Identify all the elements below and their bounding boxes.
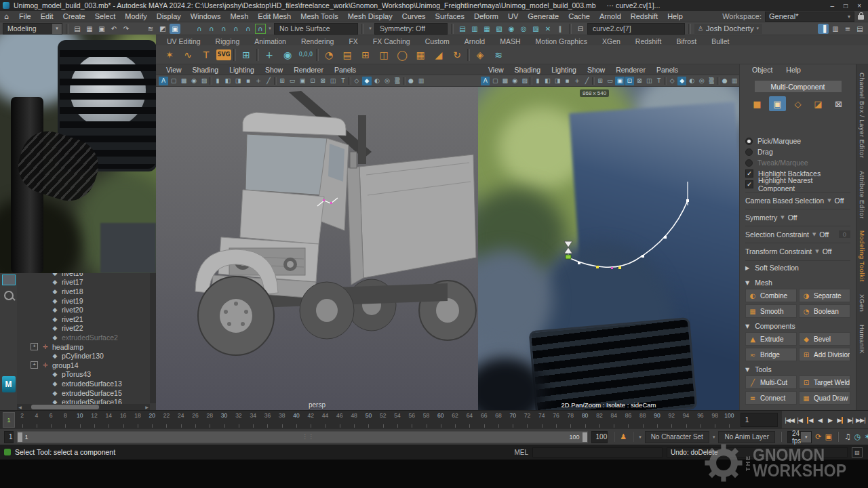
- outliner-item[interactable]: headlamp: [17, 342, 149, 352]
- render-icon[interactable]: ▤: [457, 24, 468, 34]
- timeline-tick[interactable]: 88: [635, 411, 650, 429]
- timeline-tick[interactable]: 12: [87, 411, 101, 429]
- timeline-tick[interactable]: 94: [679, 411, 693, 429]
- toolkit-button[interactable]: ◆Bevel: [799, 332, 850, 346]
- timeline-tick[interactable]: 30: [217, 411, 231, 429]
- timeline-tick[interactable]: 34: [246, 411, 260, 429]
- shelf-tab[interactable]: FX: [342, 37, 364, 45]
- menu-item[interactable]: Create: [58, 12, 90, 20]
- toolkit-button[interactable]: ◑Separate: [799, 289, 850, 302]
- playback-button[interactable]: ▶▶|: [856, 415, 865, 426]
- selection-mode-icon[interactable]: ◪: [810, 96, 827, 111]
- range-end-field[interactable]: 100: [591, 431, 608, 443]
- outliner-item[interactable]: rivet22: [17, 324, 149, 333]
- playback-button[interactable]: ▶: [835, 415, 845, 426]
- menu-item[interactable]: Cache: [564, 12, 595, 20]
- statusline-icon[interactable]: ∩: [194, 24, 205, 34]
- panel-menu-item[interactable]: View: [484, 66, 509, 74]
- timeline-tick[interactable]: 32: [231, 411, 245, 429]
- timeline-tick[interactable]: 40: [289, 411, 303, 429]
- shelf-tab[interactable]: XGen: [595, 37, 627, 45]
- timeline-tick[interactable]: 92: [665, 411, 679, 429]
- shelf-tool-icon[interactable]: ◫: [376, 47, 392, 63]
- workspace-lock-icon[interactable]: [858, 15, 864, 20]
- timeline-tick[interactable]: 20: [145, 411, 159, 429]
- shelf-tool-icon[interactable]: [467, 49, 470, 61]
- toolkit-button[interactable]: ⊞Add Divisions: [799, 348, 850, 361]
- sidebar-tab[interactable]: HumanIK: [859, 325, 866, 354]
- menu-item[interactable]: Edit Mesh: [253, 12, 296, 20]
- mel-input[interactable]: [532, 447, 663, 458]
- sidebar-tab[interactable]: Attribute Editor: [859, 171, 866, 219]
- statusline-icon[interactable]: ↷: [121, 24, 132, 34]
- shelf-tab[interactable]: Custom: [418, 37, 456, 45]
- radio-option[interactable]: Pick/Marquee: [745, 136, 850, 146]
- timeline-tick[interactable]: 2: [15, 411, 29, 429]
- shelf-tool-icon[interactable]: ◔: [321, 47, 337, 63]
- timeline-tick[interactable]: 10: [73, 411, 87, 429]
- timeline-tick[interactable]: 54: [390, 411, 404, 429]
- statusline-icon[interactable]: ▣: [170, 24, 180, 34]
- menu-item[interactable]: Mesh Tools: [296, 12, 342, 20]
- statusline-icon[interactable]: [133, 24, 144, 34]
- shelf-tool-icon[interactable]: ⊞: [357, 47, 374, 63]
- range-slider[interactable]: 1 ⋮⋮ 100: [17, 431, 588, 443]
- panel-toolbar-icon[interactable]: ◐: [372, 77, 382, 85]
- panel-toolbar-icon[interactable]: [210, 77, 212, 85]
- statusline-icon[interactable]: ↶: [108, 24, 119, 34]
- toolkit-button[interactable]: ⊡Target Weld: [799, 375, 850, 389]
- toolkit-button[interactable]: ▦Smooth: [745, 304, 797, 318]
- timeline-tick[interactable]: 18: [130, 411, 144, 429]
- menu-item[interactable]: Modify: [120, 12, 151, 20]
- shelf-tab[interactable]: Redshift: [629, 37, 669, 45]
- render-icon[interactable]: ▦: [481, 24, 492, 34]
- radio-option[interactable]: Tweak/Marquee: [745, 157, 850, 168]
- shelf-tool-icon[interactable]: ✶: [161, 47, 178, 63]
- timeline-tick[interactable]: 96: [693, 411, 707, 429]
- panel-toolbar-icon[interactable]: ⊡: [308, 77, 317, 85]
- render-icon[interactable]: ✕: [542, 24, 553, 34]
- panel-toolbar-icon[interactable]: [349, 77, 351, 85]
- shelf-tab[interactable]: MASH: [493, 37, 527, 45]
- viewport-canvas-persp[interactable]: persp: [156, 87, 478, 411]
- panel-toolbar-icon[interactable]: [530, 77, 532, 85]
- panel-toolbar-icon[interactable]: ⊞: [595, 77, 604, 85]
- timeline-tick[interactable]: 56: [405, 411, 419, 429]
- toolkit-button[interactable]: ▦Quad Draw: [799, 391, 850, 405]
- shelf-tool-icon[interactable]: [316, 49, 319, 61]
- menu-item[interactable]: Help: [663, 12, 688, 20]
- tools-section-header[interactable]: ▼ Tools: [745, 363, 850, 375]
- timeline-tick[interactable]: 90: [650, 411, 664, 429]
- panel-toolbar-icon[interactable]: ◧: [223, 77, 233, 85]
- panel-toolbar-icon[interactable]: ◆: [362, 77, 372, 85]
- outliner-hscrollbar[interactable]: ◀ ▶: [17, 404, 150, 410]
- expand-toggle[interactable]: [31, 343, 38, 350]
- timeline-tick[interactable]: 48: [347, 411, 361, 429]
- statusline-icon[interactable]: ∩: [231, 24, 241, 34]
- toolkit-menu-item[interactable]: Help: [781, 66, 806, 77]
- toolkit-button[interactable]: ▲Extrude: [745, 332, 797, 346]
- statusline-icon[interactable]: [182, 24, 193, 34]
- statusline-icon[interactable]: ∩: [206, 24, 217, 34]
- panel-toolbar-icon[interactable]: ▪: [563, 77, 572, 85]
- range-start-handle[interactable]: [18, 432, 22, 442]
- shelf-tool-icon[interactable]: ∿: [180, 47, 196, 63]
- toolkit-button[interactable]: ≡Connect: [745, 391, 797, 405]
- timeline-tick[interactable]: 80: [578, 411, 592, 429]
- playback-button[interactable]: ◀: [815, 415, 825, 426]
- timeline-tick[interactable]: 70: [506, 411, 520, 429]
- toolkit-button[interactable]: ◐Combine: [745, 289, 797, 302]
- outliner-item[interactable]: rivet19: [17, 296, 149, 306]
- toolkit-button[interactable]: ≈Bridge: [745, 348, 797, 361]
- timeline-tick[interactable]: 78: [564, 411, 578, 429]
- panel-toolbar-icon[interactable]: ⊠: [635, 77, 644, 85]
- timeline-tick[interactable]: 64: [462, 411, 477, 429]
- chevron-down-icon[interactable]: ▾: [713, 434, 715, 440]
- timeline-tick[interactable]: 84: [607, 411, 621, 429]
- panel-toolbar-icon[interactable]: [592, 77, 595, 85]
- panel-toolbar-icon[interactable]: ▪: [243, 77, 253, 85]
- timeline-tick[interactable]: 100: [722, 411, 736, 429]
- shelf-tool-icon[interactable]: ◢: [431, 47, 447, 63]
- panel-menu-item[interactable]: Shading: [188, 66, 224, 74]
- sidebar-toggle-icon[interactable]: ▐: [818, 24, 829, 34]
